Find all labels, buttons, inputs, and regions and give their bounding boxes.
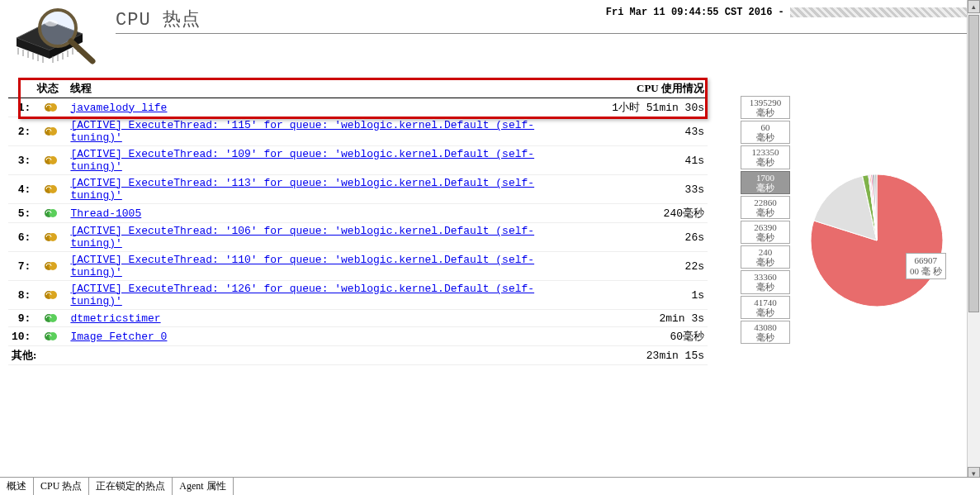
thread-status-icon [34,98,67,117]
others-row: 其他: 23min 15s [8,346,708,365]
svg-point-25 [49,185,57,193]
row-index: 10: [8,327,34,346]
tab-概述[interactable]: 概述 [0,478,34,495]
thread-status-icon [34,223,67,252]
thread-link[interactable]: [ACTIVE] ExecuteThread: '113' for queue:… [70,177,534,202]
pie-chart-area: 1395290毫秒60毫秒123350毫秒1700毫秒22860毫秒26390毫… [741,79,972,365]
thread-table-wrap: 状态 线程 CPU 使用情况 1:javamelody life1小时 51mi… [8,79,741,365]
legend-item[interactable]: 22860毫秒 [741,196,790,219]
svg-point-27 [49,209,57,217]
thread-link[interactable]: [ACTIVE] ExecuteThread: '110' for queue:… [70,254,534,278]
thread-status-icon [34,327,67,346]
row-index: 1: [8,98,34,117]
svg-line-16 [71,41,92,61]
thread-link[interactable]: [ACTIVE] ExecuteThread: '109' for queue:… [70,148,534,173]
thread-name-cell: dtmetricstimer [67,310,584,327]
row-index: 3: [8,146,34,175]
others-cpu: 23min 15s [584,346,708,365]
table-row[interactable]: 9:dtmetricstimer2min 3s [8,310,708,327]
row-index: 9: [8,310,34,327]
thread-table: 状态 线程 CPU 使用情况 1:javamelody life1小时 51mi… [8,79,708,365]
thread-link[interactable]: Thread-1005 [70,207,141,220]
table-row[interactable]: 5:Thread-1005240毫秒 [8,204,708,223]
vertical-scrollbar[interactable]: ▴ ▾ [967,0,980,480]
thread-name-cell: [ACTIVE] ExecuteThread: '115' for queue:… [67,117,584,146]
thread-status-icon [34,204,67,223]
thread-status-icon [34,281,67,310]
thread-status-icon [34,310,67,327]
svg-point-21 [49,127,57,136]
thread-name-cell: Thread-1005 [67,204,584,223]
thread-name-cell: [ACTIVE] ExecuteThread: '106' for queue:… [67,223,584,252]
thread-status-icon [34,252,67,281]
table-row[interactable]: 4:[ACTIVE] ExecuteThread: '113' for queu… [8,175,708,204]
cpu-magnifier-icon [8,5,99,71]
cpu-usage: 2min 3s [584,310,708,327]
cpu-usage: 43s [584,117,708,146]
row-index: 6: [8,223,34,252]
thread-link[interactable]: javamelody life [70,102,167,114]
cpu-usage: 60毫秒 [584,327,708,346]
legend-item[interactable]: 33360毫秒 [741,270,790,293]
tab-Agent 属性[interactable]: Agent 属性 [173,478,233,495]
pie-legend: 1395290毫秒60毫秒123350毫秒1700毫秒22860毫秒26390毫… [741,96,790,345]
main-content: 状态 线程 CPU 使用情况 1:javamelody life1小时 51mi… [0,79,980,365]
thread-name-cell: [ACTIVE] ExecuteThread: '110' for queue:… [67,252,584,281]
scroll-thumb[interactable] [968,15,979,312]
table-header-row: 状态 线程 CPU 使用情况 [8,79,708,98]
col-thread[interactable]: 线程 [67,79,584,98]
legend-item[interactable]: 1700毫秒 [741,171,790,194]
col-cpu[interactable]: CPU 使用情况 [584,79,708,98]
legend-item[interactable]: 1395290毫秒 [741,96,790,119]
svg-point-33 [49,291,57,299]
svg-point-35 [49,314,57,322]
thread-link[interactable]: [ACTIVE] ExecuteThread: '126' for queue:… [70,283,534,307]
thread-link[interactable]: Image Fetcher 0 [70,331,167,343]
svg-point-37 [49,332,57,340]
svg-point-29 [49,233,57,241]
cpu-usage: 33s [584,175,708,204]
thread-status-icon [34,146,67,175]
table-row[interactable]: 3:[ACTIVE] ExecuteThread: '109' for queu… [8,146,708,175]
table-row[interactable]: 6:[ACTIVE] ExecuteThread: '106' for queu… [8,223,708,252]
tab-CPU 热点[interactable]: CPU 热点 [34,478,89,495]
table-row[interactable]: 2:[ACTIVE] ExecuteThread: '115' for queu… [8,117,708,146]
row-index: 4: [8,175,34,204]
timestamp-text: Fri Mar 11 09:44:55 CST 2016 - [606,7,790,18]
legend-item[interactable]: 43080毫秒 [741,321,790,344]
table-row[interactable]: 8:[ACTIVE] ExecuteThread: '126' for queu… [8,281,708,310]
table-row[interactable]: 10:Image Fetcher 060毫秒 [8,327,708,346]
pie-chart[interactable] [807,170,947,314]
legend-item[interactable]: 41740毫秒 [741,296,790,319]
thread-link[interactable]: [ACTIVE] ExecuteThread: '115' for queue:… [70,119,534,144]
legend-item[interactable]: 240毫秒 [741,245,790,269]
legend-item[interactable]: 123350毫秒 [741,145,790,169]
thread-name-cell: Image Fetcher 0 [67,327,584,346]
bottom-tabs: 概述CPU 热点正在锁定的热点Agent 属性 [0,477,980,495]
tab-正在锁定的热点[interactable]: 正在锁定的热点 [89,478,173,495]
svg-point-17 [45,20,58,26]
legend-item[interactable]: 26390毫秒 [741,221,790,244]
thread-link[interactable]: dtmetricstimer [70,312,160,325]
header: CPU 热点 Fri Mar 11 09:44:55 CST 2016 - [0,0,980,71]
others-label: 其他: [8,346,67,365]
thread-link[interactable]: [ACTIVE] ExecuteThread: '106' for queue:… [70,225,534,250]
redacted-host [790,7,972,17]
cpu-usage: 22s [584,252,708,281]
legend-item[interactable]: 60毫秒 [741,121,790,144]
table-row[interactable]: 7:[ACTIVE] ExecuteThread: '110' for queu… [8,252,708,281]
timestamp: Fri Mar 11 09:44:55 CST 2016 - [606,7,972,18]
svg-point-19 [49,103,57,112]
title-underline [116,33,972,34]
cpu-usage: 41s [584,146,708,175]
table-row[interactable]: 1:javamelody life1小时 51min 30s [8,98,708,117]
thread-name-cell: javamelody life [67,98,584,117]
cpu-usage: 1小时 51min 30s [584,98,708,117]
cpu-usage: 26s [584,223,708,252]
scroll-up-button[interactable]: ▴ [968,0,980,13]
row-index: 2: [8,117,34,146]
row-index: 5: [8,204,34,223]
col-status[interactable]: 状态 [34,79,67,98]
svg-point-23 [49,156,57,164]
row-index: 8: [8,281,34,310]
